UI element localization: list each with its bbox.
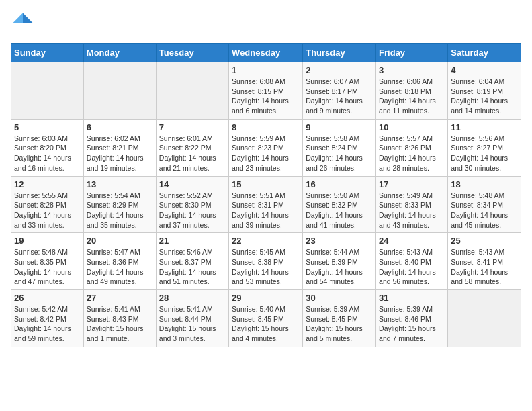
day-info: Sunrise: 5:48 AM Sunset: 8:35 PM Dayligh… [14, 247, 81, 287]
calendar-cell: 16Sunrise: 5:50 AM Sunset: 8:32 PM Dayli… [303, 176, 376, 233]
svg-marker-1 [13, 13, 23, 23]
day-number: 31 [379, 293, 445, 303]
calendar-body: 1Sunrise: 6:08 AM Sunset: 8:15 PM Daylig… [11, 62, 521, 347]
logo [11, 11, 38, 35]
day-number: 28 [159, 293, 226, 303]
day-info: Sunrise: 5:49 AM Sunset: 8:33 PM Dayligh… [379, 191, 445, 230]
calendar-cell: 30Sunrise: 5:39 AM Sunset: 8:45 PM Dayli… [303, 290, 376, 347]
calendar-cell: 29Sunrise: 5:40 AM Sunset: 8:45 PM Dayli… [229, 290, 303, 347]
day-info: Sunrise: 5:41 AM Sunset: 8:44 PM Dayligh… [159, 304, 226, 344]
calendar-cell: 12Sunrise: 5:55 AM Sunset: 8:28 PM Dayli… [11, 176, 84, 233]
calendar-cell: 8Sunrise: 5:59 AM Sunset: 8:23 PM Daylig… [229, 119, 303, 176]
calendar-cell: 23Sunrise: 5:44 AM Sunset: 8:39 PM Dayli… [303, 233, 376, 290]
day-number: 20 [87, 236, 153, 246]
day-number: 1 [232, 65, 300, 75]
calendar-cell: 15Sunrise: 5:51 AM Sunset: 8:31 PM Dayli… [229, 176, 303, 233]
day-number: 21 [159, 236, 226, 246]
day-info: Sunrise: 6:08 AM Sunset: 8:15 PM Dayligh… [232, 77, 300, 116]
calendar-cell [448, 290, 521, 347]
calendar-cell: 9Sunrise: 5:58 AM Sunset: 8:24 PM Daylig… [303, 119, 376, 176]
header-day-wednesday: Wednesday [229, 44, 303, 62]
calendar-cell: 24Sunrise: 5:43 AM Sunset: 8:40 PM Dayli… [376, 233, 448, 290]
day-number: 25 [451, 236, 518, 246]
day-number: 16 [306, 179, 373, 189]
day-info: Sunrise: 5:48 AM Sunset: 8:34 PM Dayligh… [451, 191, 518, 230]
calendar-cell: 14Sunrise: 5:52 AM Sunset: 8:30 PM Dayli… [156, 176, 228, 233]
day-number: 13 [87, 179, 153, 189]
day-number: 29 [232, 293, 300, 303]
calendar-cell [11, 62, 84, 120]
day-number: 7 [159, 122, 226, 132]
day-info: Sunrise: 5:43 AM Sunset: 8:40 PM Dayligh… [379, 247, 445, 287]
svg-marker-0 [23, 13, 32, 23]
day-info: Sunrise: 5:44 AM Sunset: 8:39 PM Dayligh… [306, 247, 373, 287]
day-number: 30 [306, 293, 373, 303]
day-info: Sunrise: 6:06 AM Sunset: 8:18 PM Dayligh… [379, 77, 445, 116]
day-info: Sunrise: 5:55 AM Sunset: 8:28 PM Dayligh… [14, 191, 81, 230]
calendar-cell: 28Sunrise: 5:41 AM Sunset: 8:44 PM Dayli… [156, 290, 228, 347]
day-info: Sunrise: 5:57 AM Sunset: 8:26 PM Dayligh… [379, 134, 445, 173]
calendar-cell: 5Sunrise: 6:03 AM Sunset: 8:20 PM Daylig… [11, 119, 84, 176]
calendar-cell: 11Sunrise: 5:56 AM Sunset: 8:27 PM Dayli… [448, 119, 521, 176]
day-info: Sunrise: 5:51 AM Sunset: 8:31 PM Dayligh… [232, 191, 300, 230]
header-day-sunday: Sunday [11, 44, 84, 62]
calendar-cell: 27Sunrise: 5:41 AM Sunset: 8:43 PM Dayli… [83, 290, 156, 347]
calendar-week-3: 12Sunrise: 5:55 AM Sunset: 8:28 PM Dayli… [11, 176, 521, 233]
calendar-cell: 22Sunrise: 5:45 AM Sunset: 8:38 PM Dayli… [229, 233, 303, 290]
header-day-friday: Friday [376, 44, 448, 62]
day-info: Sunrise: 6:02 AM Sunset: 8:21 PM Dayligh… [87, 134, 153, 173]
day-number: 8 [232, 122, 300, 132]
day-info: Sunrise: 5:45 AM Sunset: 8:38 PM Dayligh… [232, 247, 300, 287]
day-info: Sunrise: 5:50 AM Sunset: 8:32 PM Dayligh… [306, 191, 373, 230]
day-number: 5 [14, 122, 81, 132]
day-number: 15 [232, 179, 300, 189]
day-number: 24 [379, 236, 445, 246]
calendar-cell: 25Sunrise: 5:43 AM Sunset: 8:41 PM Dayli… [448, 233, 521, 290]
calendar-cell [83, 62, 156, 120]
day-info: Sunrise: 6:04 AM Sunset: 8:19 PM Dayligh… [451, 77, 518, 116]
header-day-saturday: Saturday [448, 44, 521, 62]
calendar-cell: 10Sunrise: 5:57 AM Sunset: 8:26 PM Dayli… [376, 119, 448, 176]
calendar-cell: 4Sunrise: 6:04 AM Sunset: 8:19 PM Daylig… [448, 62, 521, 120]
day-number: 26 [14, 293, 81, 303]
day-info: Sunrise: 5:47 AM Sunset: 8:36 PM Dayligh… [87, 247, 153, 287]
day-info: Sunrise: 5:54 AM Sunset: 8:29 PM Dayligh… [87, 191, 153, 230]
calendar-header: SundayMondayTuesdayWednesdayThursdayFrid… [11, 44, 521, 62]
day-number: 18 [451, 179, 518, 189]
day-info: Sunrise: 6:07 AM Sunset: 8:17 PM Dayligh… [306, 77, 373, 116]
calendar-cell: 18Sunrise: 5:48 AM Sunset: 8:34 PM Dayli… [448, 176, 521, 233]
calendar-week-2: 5Sunrise: 6:03 AM Sunset: 8:20 PM Daylig… [11, 119, 521, 176]
header-day-thursday: Thursday [303, 44, 376, 62]
calendar-cell [156, 62, 228, 120]
day-number: 11 [451, 122, 518, 132]
page-header [11, 11, 521, 35]
calendar-cell: 26Sunrise: 5:42 AM Sunset: 8:42 PM Dayli… [11, 290, 84, 347]
day-number: 23 [306, 236, 373, 246]
calendar-cell: 3Sunrise: 6:06 AM Sunset: 8:18 PM Daylig… [376, 62, 448, 120]
calendar-week-1: 1Sunrise: 6:08 AM Sunset: 8:15 PM Daylig… [11, 62, 521, 120]
calendar-table: SundayMondayTuesdayWednesdayThursdayFrid… [11, 43, 521, 347]
day-number: 6 [87, 122, 153, 132]
day-number: 3 [379, 65, 445, 75]
header-day-monday: Monday [83, 44, 156, 62]
day-number: 12 [14, 179, 81, 189]
day-number: 27 [87, 293, 153, 303]
day-number: 10 [379, 122, 445, 132]
day-info: Sunrise: 5:46 AM Sunset: 8:37 PM Dayligh… [159, 247, 226, 287]
day-info: Sunrise: 5:39 AM Sunset: 8:45 PM Dayligh… [306, 304, 373, 344]
calendar-cell: 6Sunrise: 6:02 AM Sunset: 8:21 PM Daylig… [83, 119, 156, 176]
day-number: 19 [14, 236, 81, 246]
day-number: 9 [306, 122, 373, 132]
day-info: Sunrise: 5:58 AM Sunset: 8:24 PM Dayligh… [306, 134, 373, 173]
day-number: 22 [232, 236, 300, 246]
day-info: Sunrise: 5:42 AM Sunset: 8:42 PM Dayligh… [14, 304, 81, 344]
header-day-tuesday: Tuesday [156, 44, 228, 62]
day-info: Sunrise: 5:56 AM Sunset: 8:27 PM Dayligh… [451, 134, 518, 173]
day-info: Sunrise: 6:01 AM Sunset: 8:22 PM Dayligh… [159, 134, 226, 173]
header-row: SundayMondayTuesdayWednesdayThursdayFrid… [11, 44, 521, 62]
calendar-week-5: 26Sunrise: 5:42 AM Sunset: 8:42 PM Dayli… [11, 290, 521, 347]
calendar-cell: 13Sunrise: 5:54 AM Sunset: 8:29 PM Dayli… [83, 176, 156, 233]
day-number: 14 [159, 179, 226, 189]
day-info: Sunrise: 5:52 AM Sunset: 8:30 PM Dayligh… [159, 191, 226, 230]
calendar-cell: 20Sunrise: 5:47 AM Sunset: 8:36 PM Dayli… [83, 233, 156, 290]
